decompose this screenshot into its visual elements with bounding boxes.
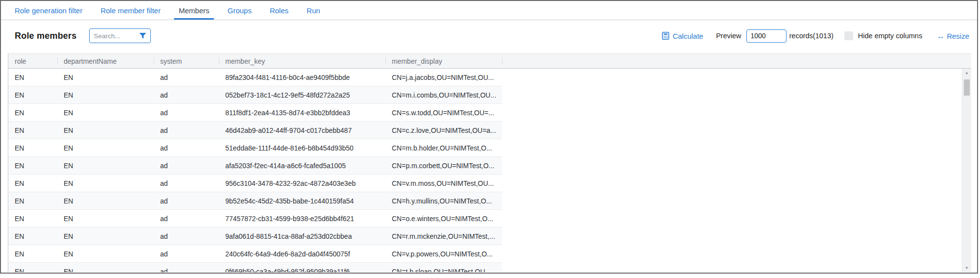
column-divider[interactable] <box>502 57 502 65</box>
cell-role: EN <box>8 162 57 170</box>
table-row[interactable]: EN EN ad 811f8df1-2ea4-4135-8d74-e3bb2bf… <box>8 104 502 122</box>
cell-member-key: 89fa2304-f481-4116-b0c4-ae9409f5bbde <box>219 74 385 81</box>
scroll-up-button[interactable]: ▲ <box>962 69 971 77</box>
cell-system: ad <box>154 215 219 223</box>
cell-system: ad <box>154 232 219 240</box>
cell-member-key: 77457872-cb31-4599-b938-e25d6bb4f621 <box>219 215 385 223</box>
cell-system: ad <box>154 268 219 273</box>
cell-departmentName: EN <box>57 109 154 117</box>
calculate-label: Calculate <box>672 32 703 40</box>
role-members-table: role departmentName system member_key me… <box>8 53 971 272</box>
scroll-down-button[interactable]: ▼ <box>962 264 971 272</box>
table-row[interactable]: EN EN ad 0f669b50-ca3a-49bd-952f-9509b39… <box>8 263 502 272</box>
cell-departmentName: EN <box>57 144 154 152</box>
column-header-system[interactable]: system <box>154 57 219 65</box>
table-row[interactable]: EN EN ad 9afa061d-8815-41ca-88af-a253d02… <box>8 227 502 245</box>
cell-system: ad <box>154 109 219 117</box>
tab-role-generation-filter[interactable]: Role generation filter <box>15 1 82 20</box>
tab-role-member-filter[interactable]: Role member filter <box>100 1 161 20</box>
cell-role: EN <box>8 74 57 81</box>
table-header-row: role departmentName system member_key me… <box>8 53 971 69</box>
cell-member-display: CN=r.m.mckenzie,OU=NIMTest,... <box>385 232 502 240</box>
hide-empty-columns-checkbox[interactable] <box>844 31 853 40</box>
scrollbar-thumb[interactable] <box>964 79 970 96</box>
vertical-scrollbar[interactable]: ▲ ▼ <box>962 69 971 272</box>
table-row[interactable]: EN EN ad afa5203f-f2ec-414a-a6c6-fcafed5… <box>8 157 502 175</box>
app-window: Role generation filter Role member filte… <box>0 0 978 274</box>
search-input[interactable] <box>94 32 139 40</box>
cell-system: ad <box>154 179 219 187</box>
cell-member-display: CN=p.m.corbett,OU=NIMTest,O... <box>385 162 502 170</box>
cell-system: ad <box>154 250 219 258</box>
resize-label: Resize <box>947 32 969 40</box>
cell-role: EN <box>8 268 57 273</box>
filter-funnel-icon[interactable] <box>139 32 146 39</box>
cell-member-key: afa5203f-f2ec-414a-a6c6-fcafed5a1005 <box>219 162 385 170</box>
cell-system: ad <box>154 162 219 170</box>
column-divider[interactable] <box>219 57 219 65</box>
cell-system: ad <box>154 91 219 99</box>
cell-role: EN <box>8 250 57 258</box>
cell-departmentName: EN <box>57 250 154 258</box>
table-row[interactable]: EN EN ad 51edda8e-111f-44de-81e6-b8b454d… <box>8 139 502 157</box>
cell-role: EN <box>8 91 57 99</box>
cell-system: ad <box>154 144 219 152</box>
table-row[interactable]: EN EN ad 46d42ab9-a012-44ff-9704-c017cbe… <box>8 122 502 139</box>
column-header-member-key[interactable]: member_key <box>219 57 385 65</box>
cell-member-key: 0f669b50-ca3a-49bd-952f-9509b39a11f6 <box>219 268 385 273</box>
preview-count-input[interactable] <box>746 29 787 43</box>
column-header-member-display[interactable]: member_display <box>385 57 502 65</box>
table-row[interactable]: EN EN ad 77457872-cb31-4599-b938-e25d6bb… <box>8 210 502 227</box>
table-body: EN EN ad 89fa2304-f481-4116-b0c4-ae9409f… <box>8 69 971 272</box>
cell-member-key: 240c64fc-64a9-4de6-8a2d-da04f450075f <box>219 250 385 258</box>
column-divider[interactable] <box>57 57 58 65</box>
cell-member-key: 811f8df1-2ea4-4135-8d74-e3bb2bfddea3 <box>219 109 385 117</box>
cell-member-display: CN=t.b.sloan,OU=NIMTest,OU... <box>385 268 502 273</box>
cell-role: EN <box>8 197 57 205</box>
resize-button[interactable]: ↔ Resize <box>937 32 969 40</box>
table-row[interactable]: EN EN ad 956c3104-3478-4232-92ac-4872a40… <box>8 175 502 192</box>
cell-role: EN <box>8 109 57 117</box>
calculate-button[interactable]: Calculate <box>662 32 703 40</box>
cell-member-display: CN=j.a.jacobs,OU=NIMTest,OU... <box>385 74 502 81</box>
cell-departmentName: EN <box>57 215 154 223</box>
cell-member-key: 9afa061d-8815-41ca-88af-a253d02cbbea <box>219 232 385 240</box>
cell-system: ad <box>154 197 219 205</box>
cell-role: EN <box>8 144 57 152</box>
table-row[interactable]: EN EN ad 240c64fc-64a9-4de6-8a2d-da04f45… <box>8 245 502 263</box>
cell-member-key: 052bef73-18c1-4c12-9ef5-48fd272a2a25 <box>219 91 385 99</box>
cell-system: ad <box>154 74 219 81</box>
cell-role: EN <box>8 126 57 134</box>
cell-departmentName: EN <box>57 74 154 81</box>
tab-groups[interactable]: Groups <box>227 1 251 20</box>
tab-members[interactable]: Members <box>179 1 210 20</box>
table-row[interactable]: EN EN ad 052bef73-18c1-4c12-9ef5-48fd272… <box>8 86 502 104</box>
table-row[interactable]: EN EN ad 9b52e54c-45d2-435b-babe-1c44015… <box>8 192 502 210</box>
double-arrow-icon: ↔ <box>937 32 944 40</box>
hide-empty-columns-label: Hide empty columns <box>858 32 922 40</box>
cell-departmentName: EN <box>57 126 154 134</box>
tab-bar: Role generation filter Role member filte… <box>1 1 977 20</box>
column-header-role[interactable]: role <box>8 57 57 65</box>
cell-member-key: 9b52e54c-45d2-435b-babe-1c440159fa54 <box>219 197 385 205</box>
tab-run[interactable]: Run <box>307 1 320 20</box>
cell-system: ad <box>154 126 219 134</box>
cell-role: EN <box>8 232 57 240</box>
table-row[interactable]: EN EN ad 89fa2304-f481-4116-b0c4-ae9409f… <box>8 69 502 86</box>
tab-roles[interactable]: Roles <box>270 1 288 20</box>
page-title: Role members <box>15 31 76 41</box>
column-header-departmentName[interactable]: departmentName <box>57 57 154 65</box>
column-divider[interactable] <box>385 57 386 65</box>
cell-member-display: CN=c.z.love,OU=NIMTest,OU=a... <box>385 126 502 134</box>
cell-departmentName: EN <box>57 179 154 187</box>
cell-member-display: CN=m.b.holder,OU=NIMTest,O... <box>385 144 502 152</box>
cell-member-key: 46d42ab9-a012-44ff-9704-c017cbebb487 <box>219 126 385 134</box>
cell-departmentName: EN <box>57 268 154 273</box>
records-count: records(1013) <box>789 32 834 40</box>
toolbar: Role members <box>1 20 977 51</box>
cell-member-display: CN=v.m.moss,OU=NIMTest,OU... <box>385 179 502 187</box>
column-divider[interactable] <box>154 57 154 65</box>
search-box[interactable] <box>89 28 151 43</box>
cell-member-display: CN=m.i.combs,OU=NIMTest,OU... <box>385 91 502 99</box>
cell-departmentName: EN <box>57 197 154 205</box>
